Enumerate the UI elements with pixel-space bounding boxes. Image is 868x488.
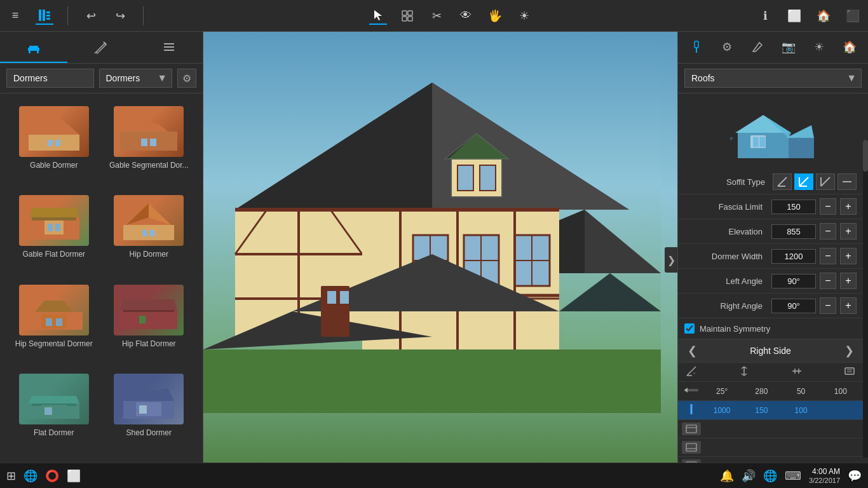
dormer-width-increment[interactable]: + bbox=[840, 248, 857, 264]
data-row-2: 1000 150 100 bbox=[678, 401, 863, 420]
hand-icon[interactable]: 🖐 bbox=[486, 7, 504, 25]
elevation-increment[interactable]: + bbox=[840, 223, 857, 240]
library-icon[interactable] bbox=[36, 7, 53, 25]
dormer-width-decrement[interactable]: − bbox=[820, 248, 836, 264]
soffit-btn-1[interactable] bbox=[773, 173, 792, 190]
soffit-btn-3[interactable] bbox=[816, 173, 835, 190]
dormer-item-flat[interactable]: Flat Dormer bbox=[6, 367, 102, 456]
dormer-select[interactable]: Dormers bbox=[6, 69, 94, 88]
svg-rect-138 bbox=[686, 425, 696, 433]
canvas-expand-button[interactable]: ❯ bbox=[665, 247, 677, 273]
grid-icon[interactable] bbox=[398, 7, 416, 25]
export-icon[interactable]: ⬜ bbox=[785, 7, 803, 25]
right-tab-house[interactable]: 🏠 bbox=[838, 36, 861, 59]
right-side-prev[interactable]: ❮ bbox=[684, 343, 700, 358]
light-icon[interactable]: ☀ bbox=[515, 7, 533, 25]
dormer-item-hip[interactable]: Hip Dormer bbox=[102, 189, 197, 278]
right-angle-row: Right Angle − + bbox=[678, 294, 863, 318]
left-angle-decrement[interactable]: − bbox=[820, 273, 836, 289]
house-icon[interactable]: 🏠 bbox=[815, 7, 832, 25]
scissors-icon[interactable]: ✂ bbox=[428, 7, 445, 25]
data-row-1-v3: 100 bbox=[822, 386, 859, 397]
left-angle-increment[interactable]: + bbox=[840, 273, 857, 289]
taskbar-network[interactable]: 🌐 bbox=[763, 469, 777, 483]
taskbar-notification[interactable]: 🔔 bbox=[720, 469, 734, 483]
main-layout: Dormers Dormers ▼ ⚙ bbox=[0, 32, 868, 488]
right-angle-input[interactable] bbox=[771, 299, 816, 313]
left-tab-furniture[interactable] bbox=[0, 32, 67, 63]
right-tab-settings[interactable]: ⚙ bbox=[715, 36, 738, 59]
svg-line-118 bbox=[821, 177, 830, 186]
svg-rect-20 bbox=[44, 136, 64, 149]
dormer-item-gable-flat[interactable]: Gable Flat Dormer bbox=[6, 189, 102, 278]
cube-icon[interactable]: ⬛ bbox=[844, 7, 862, 25]
right-scrollbar[interactable] bbox=[863, 140, 868, 458]
fascia-limit-decrement[interactable]: − bbox=[820, 198, 836, 215]
undo-icon[interactable]: ↩ bbox=[82, 7, 100, 25]
roof-select[interactable]: Roofs bbox=[684, 69, 862, 88]
svg-rect-22 bbox=[55, 140, 60, 146]
data-row-1-angle: 25° bbox=[703, 386, 740, 397]
dormer-label-gable-seg: Gable Segmental Dor... bbox=[109, 161, 189, 170]
info-icon[interactable]: ℹ bbox=[756, 7, 774, 25]
data-extra-icon-2[interactable] bbox=[682, 441, 701, 454]
soffit-btn-2[interactable] bbox=[794, 173, 813, 190]
svg-rect-3 bbox=[46, 15, 50, 17]
taskbar-browser[interactable]: 🌐 bbox=[24, 469, 37, 483]
right-side-next[interactable]: ❯ bbox=[841, 343, 857, 358]
dormer-item-gable-seg[interactable]: Gable Segmental Dor... bbox=[102, 100, 197, 189]
maintain-symmetry-checkbox[interactable] bbox=[684, 323, 695, 334]
taskbar-search[interactable]: ⭕ bbox=[45, 469, 59, 483]
svg-rect-11 bbox=[29, 46, 38, 48]
right-tab-paint[interactable] bbox=[746, 36, 769, 59]
dormer-item-gable[interactable]: Gable Dormer bbox=[6, 100, 102, 189]
taskbar-keyboard[interactable]: ⌨ bbox=[785, 469, 801, 483]
dormer-label-hip-flat: Hip Flat Dormer bbox=[122, 339, 176, 348]
data-extra-row-2 bbox=[678, 438, 863, 457]
left-tab-draw[interactable] bbox=[67, 32, 135, 63]
dormer-thumb-hip-seg bbox=[19, 285, 89, 336]
elevation-input[interactable] bbox=[771, 224, 816, 239]
select-icon[interactable] bbox=[369, 7, 387, 25]
taskbar-volume[interactable]: 🔊 bbox=[742, 469, 756, 483]
dormer-item-hip-seg[interactable]: Hip Segmental Dormer bbox=[6, 278, 102, 367]
data-row-1-v2: 50 bbox=[783, 386, 820, 397]
dormer-thumb-hip bbox=[114, 195, 184, 246]
soffit-btn-4[interactable] bbox=[837, 173, 857, 190]
right-tab-camera[interactable]: 📷 bbox=[777, 36, 800, 59]
elevation-decrement[interactable]: − bbox=[820, 223, 836, 240]
fascia-limit-input[interactable] bbox=[771, 200, 816, 214]
left-tab-list[interactable] bbox=[135, 32, 203, 63]
right-angle-increment[interactable]: + bbox=[840, 297, 857, 314]
left-angle-input[interactable] bbox=[771, 274, 816, 288]
taskbar-action-center[interactable]: 💬 bbox=[848, 469, 862, 483]
right-scrollbar-thumb[interactable] bbox=[863, 140, 868, 172]
right-angle-decrement[interactable]: − bbox=[820, 297, 836, 314]
dormer-label-gable-flat: Gable Flat Dormer bbox=[22, 250, 85, 259]
svg-rect-112 bbox=[759, 137, 765, 147]
svg-rect-30 bbox=[44, 220, 64, 234]
svg-rect-31 bbox=[48, 224, 53, 231]
svg-rect-12 bbox=[29, 51, 31, 53]
dormer-thumb-flat bbox=[19, 374, 89, 424]
dormer-item-shed[interactable]: Shed Dormer bbox=[102, 367, 197, 456]
fascia-limit-increment[interactable]: + bbox=[840, 198, 857, 215]
redo-icon[interactable]: ↪ bbox=[111, 7, 129, 25]
svg-rect-7 bbox=[408, 11, 412, 15]
settings-button[interactable]: ⚙ bbox=[177, 69, 196, 88]
taskbar-multitask[interactable]: ⬜ bbox=[67, 469, 81, 483]
data-col-icon-2 bbox=[735, 365, 754, 379]
svg-marker-52 bbox=[29, 396, 79, 403]
right-tab-tools[interactable] bbox=[685, 36, 708, 59]
dormer-width-input[interactable] bbox=[771, 249, 816, 264]
svg-rect-54 bbox=[44, 407, 52, 415]
svg-rect-93 bbox=[203, 349, 661, 413]
dormer-item-hip-flat[interactable]: Hip Flat Dormer bbox=[102, 278, 197, 367]
data-extra-icon-1[interactable] bbox=[682, 423, 701, 435]
menu-icon[interactable]: ≡ bbox=[6, 7, 24, 25]
dormer-dropdown[interactable]: Dormers bbox=[99, 69, 173, 88]
taskbar-windows[interactable]: ⊞ bbox=[6, 469, 16, 483]
svg-rect-90 bbox=[458, 165, 473, 191]
eye-icon[interactable]: 👁 bbox=[457, 7, 475, 25]
right-tab-light[interactable]: ☀ bbox=[808, 36, 831, 59]
